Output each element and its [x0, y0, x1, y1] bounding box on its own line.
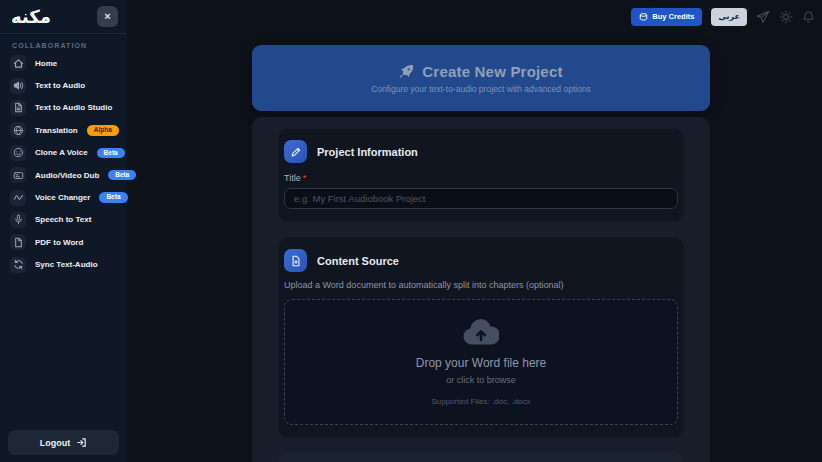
file-plus-icon — [284, 249, 307, 272]
sidebar-section-label: COLLABORATION — [0, 34, 127, 52]
sidebar-item-label: Translation — [35, 126, 78, 135]
page-title: Create New Project — [422, 63, 562, 80]
sidebar-item-home[interactable]: Home — [0, 52, 127, 74]
coins-icon — [639, 12, 648, 22]
sidebar-header: مكنه × — [0, 0, 127, 34]
sidebar-item-translation[interactable]: Translation Alpha — [0, 119, 127, 141]
sidebar: مكنه × COLLABORATION Home Text to Audio … — [0, 0, 127, 462]
bell-icon[interactable] — [802, 10, 815, 24]
project-information-card: Project Information Title* — [278, 128, 684, 222]
next-section-card — [278, 452, 684, 462]
rocket-icon — [399, 64, 414, 79]
required-asterisk: * — [303, 173, 307, 183]
microphone-icon — [10, 212, 26, 228]
sidebar-item-text-to-audio-studio[interactable]: Text to Audio Studio — [0, 97, 127, 119]
speaker-icon — [10, 78, 26, 94]
content-source-card: Content Source Upload a Word document to… — [278, 237, 684, 438]
sidebar-item-label: Sync Text-Audio — [35, 260, 98, 269]
sidebar-menu: Home Text to Audio Text to Audio Studio … — [0, 52, 127, 276]
dropzone-secondary-text: or click to browse — [446, 375, 516, 385]
globe-icon — [10, 122, 26, 138]
content-source-description: Upload a Word document to automatically … — [284, 280, 678, 290]
logout-button[interactable]: Logout — [8, 430, 119, 455]
beta-badge: Beta — [108, 170, 136, 181]
beta-badge: Beta — [99, 192, 127, 203]
sidebar-item-text-to-audio[interactable]: Text to Audio — [0, 74, 127, 96]
section-heading: Project Information — [317, 146, 418, 158]
app-logo[interactable]: مكنه — [11, 6, 51, 27]
sidebar-item-label: Voice Changer — [35, 193, 90, 202]
close-icon: × — [104, 11, 110, 22]
dropzone-primary-text: Drop your Word file here — [416, 356, 547, 370]
dropzone-supported-files: Supported Files: .doc, .docx — [431, 397, 530, 406]
sidebar-item-voice-changer[interactable]: Voice Changer Beta — [0, 186, 127, 208]
sidebar-item-label: Speech to Text — [35, 215, 91, 224]
sync-icon — [10, 257, 26, 273]
video-dub-icon — [10, 167, 26, 183]
document-icon — [10, 100, 26, 116]
close-sidebar-button[interactable]: × — [97, 6, 118, 27]
sidebar-item-label: Text to Audio — [35, 81, 85, 90]
send-icon[interactable] — [756, 10, 770, 24]
pen-icon — [284, 140, 307, 163]
topbar: Buy Credits عربي — [127, 0, 822, 33]
logout-label: Logout — [40, 438, 71, 448]
sidebar-footer: Logout — [0, 423, 127, 462]
project-title-input[interactable] — [284, 188, 678, 209]
form-panel: Project Information Title* Content Sourc… — [252, 117, 710, 462]
file-icon — [10, 234, 26, 250]
main-content: Create New Project Configure your text-t… — [252, 45, 710, 462]
buy-credits-button[interactable]: Buy Credits — [631, 8, 702, 26]
sidebar-item-label: Text to Audio Studio — [35, 103, 112, 112]
beta-badge: Beta — [97, 148, 125, 159]
title-field-label: Title* — [284, 173, 678, 183]
buy-credits-label: Buy Credits — [652, 12, 694, 21]
sidebar-item-label: Clone A Voice — [35, 148, 88, 157]
sidebar-item-label: PDF to Word — [35, 238, 83, 247]
sidebar-item-audio-video-dub[interactable]: Audio/Video Dub Beta — [0, 164, 127, 186]
sidebar-item-pdf-to-word[interactable]: PDF to Word — [0, 231, 127, 253]
sidebar-item-clone-a-voice[interactable]: Clone A Voice Beta — [0, 142, 127, 164]
page-subtitle: Configure your text-to-audio project wit… — [371, 84, 591, 94]
home-icon — [10, 55, 26, 71]
create-project-banner: Create New Project Configure your text-t… — [252, 45, 710, 111]
file-dropzone[interactable]: Drop your Word file here or click to bro… — [284, 299, 678, 425]
sidebar-item-label: Audio/Video Dub — [35, 171, 99, 180]
sidebar-item-speech-to-text[interactable]: Speech to Text — [0, 209, 127, 231]
card-head: Project Information — [284, 140, 678, 163]
logout-icon — [76, 437, 87, 448]
card-head: Content Source — [284, 249, 678, 272]
cloud-upload-icon — [463, 319, 499, 345]
section-heading: Content Source — [317, 255, 399, 267]
waveform-icon — [10, 190, 26, 206]
sidebar-item-label: Home — [35, 59, 57, 68]
banner-title-row: Create New Project — [399, 63, 562, 80]
alpha-badge: Alpha — [87, 125, 119, 136]
sidebar-item-sync-text-audio[interactable]: Sync Text-Audio — [0, 254, 127, 276]
language-toggle-button[interactable]: عربي — [711, 8, 747, 26]
sun-icon[interactable] — [779, 10, 793, 24]
clone-voice-icon — [10, 145, 26, 161]
